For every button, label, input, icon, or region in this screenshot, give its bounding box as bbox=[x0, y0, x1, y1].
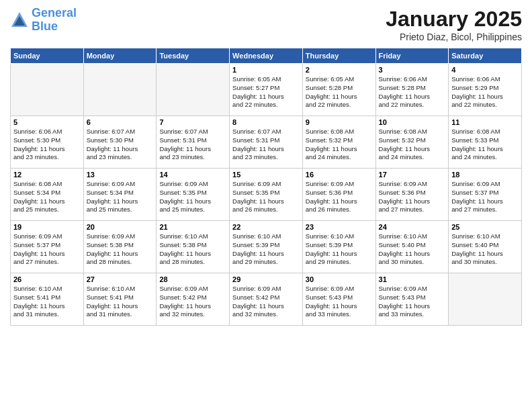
calendar-cell-w4-d4: 22Sunrise: 6:10 AM Sunset: 5:39 PM Dayli… bbox=[230, 221, 303, 273]
calendar-cell-w3-d2: 13Sunrise: 6:09 AM Sunset: 5:34 PM Dayli… bbox=[83, 169, 157, 221]
day-info: Sunrise: 6:08 AM Sunset: 5:33 PM Dayligh… bbox=[451, 128, 519, 162]
header: General Blue January 2025 Prieto Diaz, B… bbox=[10, 7, 522, 42]
week-row-2: 5Sunrise: 6:06 AM Sunset: 5:30 PM Daylig… bbox=[11, 116, 522, 169]
calendar-cell-w3-d3: 14Sunrise: 6:09 AM Sunset: 5:35 PM Dayli… bbox=[157, 169, 230, 221]
calendar-cell-w4-d2: 20Sunrise: 6:09 AM Sunset: 5:38 PM Dayli… bbox=[83, 221, 157, 273]
day-number: 9 bbox=[306, 118, 373, 126]
calendar-cell-w5-d1: 26Sunrise: 6:10 AM Sunset: 5:41 PM Dayli… bbox=[11, 273, 84, 326]
day-info: Sunrise: 6:10 AM Sunset: 5:41 PM Dayligh… bbox=[13, 285, 81, 319]
calendar-cell-w4-d6: 24Sunrise: 6:10 AM Sunset: 5:40 PM Dayli… bbox=[375, 221, 449, 273]
logo: General Blue bbox=[10, 7, 77, 34]
header-saturday: Saturday bbox=[449, 48, 522, 64]
page-container: General Blue January 2025 Prieto Diaz, B… bbox=[0, 0, 532, 332]
header-tuesday: Tuesday bbox=[157, 48, 230, 64]
header-monday: Monday bbox=[83, 48, 157, 64]
day-info: Sunrise: 6:09 AM Sunset: 5:36 PM Dayligh… bbox=[379, 180, 446, 214]
day-info: Sunrise: 6:08 AM Sunset: 5:34 PM Dayligh… bbox=[13, 180, 81, 214]
day-number: 1 bbox=[232, 66, 300, 74]
day-number: 6 bbox=[87, 118, 154, 126]
calendar-cell-w2-d6: 10Sunrise: 6:08 AM Sunset: 5:32 PM Dayli… bbox=[375, 116, 449, 169]
calendar-table: Sunday Monday Tuesday Wednesday Thursday… bbox=[10, 48, 522, 326]
calendar-cell-w1-d6: 3Sunrise: 6:06 AM Sunset: 5:28 PM Daylig… bbox=[375, 64, 449, 116]
day-info: Sunrise: 6:06 AM Sunset: 5:30 PM Dayligh… bbox=[13, 128, 81, 162]
calendar-cell-w1-d5: 2Sunrise: 6:05 AM Sunset: 5:28 PM Daylig… bbox=[302, 64, 375, 116]
day-number: 15 bbox=[232, 171, 300, 179]
day-number: 3 bbox=[379, 66, 446, 74]
calendar-cell-w2-d5: 9Sunrise: 6:08 AM Sunset: 5:32 PM Daylig… bbox=[302, 116, 375, 169]
calendar-cell-w1-d3 bbox=[157, 64, 230, 116]
day-number: 17 bbox=[379, 171, 446, 179]
month-title: January 2025 bbox=[386, 7, 522, 32]
calendar-cell-w5-d6: 31Sunrise: 6:09 AM Sunset: 5:43 PM Dayli… bbox=[375, 273, 449, 326]
day-number: 24 bbox=[379, 223, 446, 231]
calendar-cell-w2-d7: 11Sunrise: 6:08 AM Sunset: 5:33 PM Dayli… bbox=[449, 116, 522, 169]
title-block: January 2025 Prieto Diaz, Bicol, Philipp… bbox=[386, 7, 522, 42]
day-info: Sunrise: 6:07 AM Sunset: 5:31 PM Dayligh… bbox=[159, 128, 226, 162]
day-info: Sunrise: 6:09 AM Sunset: 5:36 PM Dayligh… bbox=[306, 180, 373, 214]
header-friday: Friday bbox=[375, 48, 449, 64]
calendar-cell-w2-d2: 6Sunrise: 6:07 AM Sunset: 5:30 PM Daylig… bbox=[83, 116, 157, 169]
day-number: 19 bbox=[13, 223, 81, 231]
calendar-cell-w4-d5: 23Sunrise: 6:10 AM Sunset: 5:39 PM Dayli… bbox=[302, 221, 375, 273]
day-info: Sunrise: 6:07 AM Sunset: 5:31 PM Dayligh… bbox=[232, 128, 300, 162]
header-wednesday: Wednesday bbox=[230, 48, 303, 64]
day-info: Sunrise: 6:09 AM Sunset: 5:34 PM Dayligh… bbox=[87, 180, 154, 214]
day-number: 16 bbox=[306, 171, 373, 179]
day-info: Sunrise: 6:10 AM Sunset: 5:40 PM Dayligh… bbox=[451, 232, 519, 267]
calendar-cell-w2-d4: 8Sunrise: 6:07 AM Sunset: 5:31 PM Daylig… bbox=[230, 116, 303, 169]
calendar-cell-w3-d7: 18Sunrise: 6:09 AM Sunset: 5:37 PM Dayli… bbox=[449, 169, 522, 221]
day-number: 5 bbox=[13, 118, 81, 126]
day-info: Sunrise: 6:09 AM Sunset: 5:43 PM Dayligh… bbox=[379, 285, 446, 319]
day-number: 7 bbox=[159, 118, 226, 126]
day-info: Sunrise: 6:09 AM Sunset: 5:35 PM Dayligh… bbox=[159, 180, 226, 214]
header-thursday: Thursday bbox=[302, 48, 375, 64]
day-info: Sunrise: 6:10 AM Sunset: 5:41 PM Dayligh… bbox=[87, 285, 154, 319]
calendar-cell-w2-d1: 5Sunrise: 6:06 AM Sunset: 5:30 PM Daylig… bbox=[11, 116, 84, 169]
calendar-cell-w3-d4: 15Sunrise: 6:09 AM Sunset: 5:35 PM Dayli… bbox=[230, 169, 303, 221]
day-number: 2 bbox=[306, 66, 373, 74]
day-info: Sunrise: 6:09 AM Sunset: 5:38 PM Dayligh… bbox=[87, 232, 154, 267]
day-info: Sunrise: 6:09 AM Sunset: 5:42 PM Dayligh… bbox=[232, 285, 300, 319]
day-info: Sunrise: 6:07 AM Sunset: 5:30 PM Dayligh… bbox=[87, 128, 154, 162]
location: Prieto Diaz, Bicol, Philippines bbox=[386, 32, 522, 42]
day-info: Sunrise: 6:06 AM Sunset: 5:28 PM Dayligh… bbox=[379, 75, 446, 109]
calendar-cell-w4-d7: 25Sunrise: 6:10 AM Sunset: 5:40 PM Dayli… bbox=[449, 221, 522, 273]
calendar-cell-w5-d4: 29Sunrise: 6:09 AM Sunset: 5:42 PM Dayli… bbox=[230, 273, 303, 326]
week-row-5: 26Sunrise: 6:10 AM Sunset: 5:41 PM Dayli… bbox=[11, 273, 522, 326]
day-number: 12 bbox=[13, 171, 81, 179]
day-info: Sunrise: 6:10 AM Sunset: 5:40 PM Dayligh… bbox=[379, 232, 446, 267]
calendar-cell-w1-d2 bbox=[83, 64, 157, 116]
day-number: 23 bbox=[306, 223, 373, 231]
day-number: 8 bbox=[232, 118, 300, 126]
calendar-cell-w4-d3: 21Sunrise: 6:10 AM Sunset: 5:38 PM Dayli… bbox=[157, 221, 230, 273]
day-number: 25 bbox=[451, 223, 519, 231]
day-number: 30 bbox=[306, 275, 373, 283]
calendar-header-row: Sunday Monday Tuesday Wednesday Thursday… bbox=[11, 48, 522, 64]
day-number: 13 bbox=[87, 171, 154, 179]
calendar-cell-w1-d7: 4Sunrise: 6:06 AM Sunset: 5:29 PM Daylig… bbox=[449, 64, 522, 116]
header-sunday: Sunday bbox=[11, 48, 84, 64]
day-number: 10 bbox=[379, 118, 446, 126]
calendar-cell-w1-d1 bbox=[11, 64, 84, 116]
day-number: 27 bbox=[87, 275, 154, 283]
calendar-cell-w3-d1: 12Sunrise: 6:08 AM Sunset: 5:34 PM Dayli… bbox=[11, 169, 84, 221]
day-info: Sunrise: 6:08 AM Sunset: 5:32 PM Dayligh… bbox=[379, 128, 446, 162]
calendar-cell-w5-d7 bbox=[449, 273, 522, 326]
day-info: Sunrise: 6:09 AM Sunset: 5:42 PM Dayligh… bbox=[159, 285, 226, 319]
day-number: 18 bbox=[451, 171, 519, 179]
calendar-cell-w3-d6: 17Sunrise: 6:09 AM Sunset: 5:36 PM Dayli… bbox=[375, 169, 449, 221]
day-number: 26 bbox=[13, 275, 81, 283]
day-number: 21 bbox=[159, 223, 226, 231]
day-number: 28 bbox=[159, 275, 226, 283]
day-info: Sunrise: 6:10 AM Sunset: 5:39 PM Dayligh… bbox=[306, 232, 373, 267]
day-number: 22 bbox=[232, 223, 300, 231]
day-info: Sunrise: 6:10 AM Sunset: 5:39 PM Dayligh… bbox=[232, 232, 300, 267]
calendar-cell-w5-d2: 27Sunrise: 6:10 AM Sunset: 5:41 PM Dayli… bbox=[83, 273, 157, 326]
day-info: Sunrise: 6:09 AM Sunset: 5:37 PM Dayligh… bbox=[13, 232, 81, 267]
day-info: Sunrise: 6:09 AM Sunset: 5:43 PM Dayligh… bbox=[306, 285, 373, 319]
day-number: 14 bbox=[159, 171, 226, 179]
day-number: 11 bbox=[451, 118, 519, 126]
day-info: Sunrise: 6:05 AM Sunset: 5:27 PM Dayligh… bbox=[232, 75, 300, 109]
day-info: Sunrise: 6:09 AM Sunset: 5:37 PM Dayligh… bbox=[451, 180, 519, 214]
week-row-4: 19Sunrise: 6:09 AM Sunset: 5:37 PM Dayli… bbox=[11, 221, 522, 273]
